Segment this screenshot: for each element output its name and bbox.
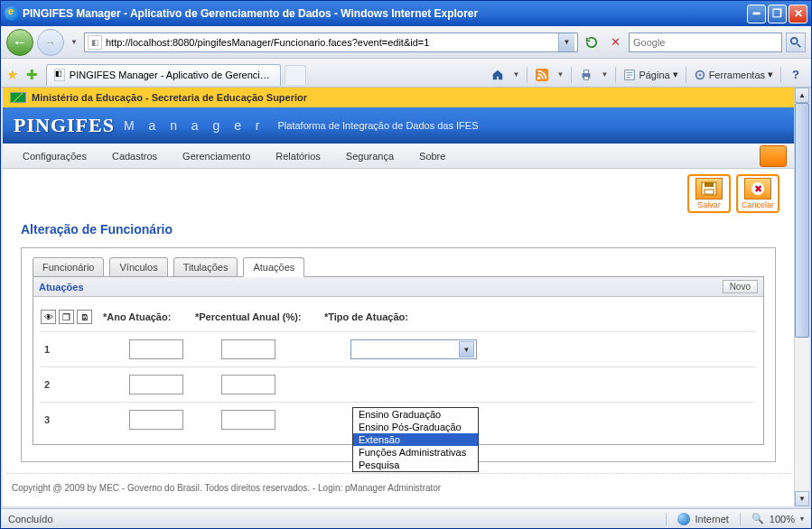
- back-button[interactable]: ←: [6, 29, 33, 56]
- svg-rect-1: [536, 69, 548, 81]
- tab-titulacoes[interactable]: Titulações: [173, 257, 238, 277]
- app-menubar: Configurações Cadastros Gerenciamento Re…: [3, 144, 794, 169]
- vertical-scrollbar[interactable]: ▲ ▼: [794, 88, 809, 506]
- maximize-button[interactable]: ❐: [768, 5, 787, 23]
- grid-action-icons: 👁 ❐ 🗎: [41, 310, 92, 324]
- print-button[interactable]: [576, 65, 596, 85]
- page-footer: Copyright @ 2009 by MEC - Governo do Bra…: [6, 473, 790, 502]
- svg-rect-11: [705, 190, 714, 194]
- grid-row-1: 1 ▼: [41, 331, 756, 367]
- title-bar: PINGIFES Manager - Aplicativo de Gerenci…: [1, 1, 811, 26]
- row1-perc-input[interactable]: [221, 339, 275, 359]
- app-header: PINGIFES M a n a g e r Plataforma de Int…: [3, 107, 794, 144]
- salvar-button[interactable]: Salvar: [687, 174, 731, 213]
- svg-rect-10: [705, 182, 714, 187]
- row-index-1: 1: [41, 344, 62, 355]
- zoom-icon[interactable]: 🔍: [751, 513, 764, 524]
- option-ensino-grad[interactable]: Ensino Graduação: [353, 408, 478, 421]
- scroll-down-button[interactable]: ▼: [795, 491, 809, 506]
- scroll-thumb[interactable]: [795, 103, 809, 338]
- scroll-up-button[interactable]: ▲: [795, 88, 809, 103]
- cancelar-button[interactable]: Cancelar: [736, 174, 779, 213]
- tools-menu-label: Ferramentas: [709, 70, 765, 80]
- search-box[interactable]: [629, 32, 782, 52]
- search-input[interactable]: [633, 37, 778, 48]
- internet-zone-icon: [677, 513, 690, 525]
- address-bar[interactable]: ◧ ▼: [84, 32, 578, 52]
- svg-rect-4: [584, 70, 589, 73]
- col-perc-label: *Percentual Anual (%):: [195, 311, 317, 322]
- novo-button[interactable]: Novo: [723, 280, 758, 293]
- feeds-button[interactable]: [532, 65, 552, 85]
- row2-ano-input[interactable]: [129, 375, 183, 394]
- tab-vinculos[interactable]: Vínculos: [109, 257, 167, 277]
- salvar-label: Salvar: [697, 200, 721, 209]
- search-button[interactable]: [786, 32, 806, 52]
- option-funcoes[interactable]: Funções Administrativas: [353, 446, 478, 459]
- ie-logo-icon: [5, 6, 19, 21]
- grid-icon-copy[interactable]: ❐: [59, 310, 74, 324]
- home-dropdown[interactable]: ▼: [509, 62, 522, 88]
- menu-gerenciamento[interactable]: Gerenciamento: [170, 147, 263, 165]
- option-extensao[interactable]: Extensão: [353, 433, 478, 446]
- window-close-button[interactable]: ✕: [789, 5, 807, 23]
- row1-ano-input[interactable]: [129, 339, 183, 359]
- help-button[interactable]: ?: [786, 65, 806, 85]
- menu-configuracoes[interactable]: Configurações: [10, 147, 99, 165]
- row2-perc-input[interactable]: [221, 375, 275, 394]
- menu-relatorios[interactable]: Relatórios: [263, 147, 333, 165]
- zoom-dropdown[interactable]: ▾: [800, 515, 804, 523]
- content-area: Ministério da Educação - Secretaria de E…: [1, 88, 811, 508]
- forward-button[interactable]: →: [37, 29, 64, 56]
- page-title: Alteração de Funcionário: [3, 213, 794, 244]
- address-input[interactable]: [106, 37, 558, 48]
- grid-icon-view[interactable]: 👁: [41, 310, 56, 324]
- page-tab-active[interactable]: ◧ PINGIFES Manager - Aplicativo de Geren…: [46, 64, 281, 86]
- tab-title: PINGIFES Manager - Aplicativo de Gerenci…: [70, 70, 273, 80]
- option-ensino-pos[interactable]: Ensino Pós-Graduação: [353, 421, 478, 433]
- book-icon[interactable]: [760, 145, 787, 167]
- new-tab-button[interactable]: [285, 65, 306, 85]
- panel-title: Atuações: [39, 282, 84, 292]
- menu-cadastros[interactable]: Cadastros: [99, 147, 170, 165]
- status-bar: Concluído Internet 🔍 100% ▾: [1, 508, 811, 528]
- row-index-3: 3: [41, 414, 62, 425]
- svg-point-8: [698, 73, 701, 76]
- feeds-dropdown[interactable]: ▼: [554, 62, 566, 88]
- refresh-button[interactable]: [582, 32, 602, 52]
- nav-history-dropdown[interactable]: ▼: [68, 30, 80, 55]
- address-dropdown[interactable]: ▼: [558, 33, 574, 51]
- status-text: Concluído: [8, 514, 53, 524]
- svg-point-0: [791, 37, 798, 43]
- stop-button[interactable]: ✕: [605, 32, 625, 52]
- print-dropdown[interactable]: ▼: [598, 62, 611, 88]
- menu-sobre[interactable]: Sobre: [406, 147, 458, 165]
- menu-seguranca[interactable]: Segurança: [333, 147, 406, 165]
- page-menu-button[interactable]: Página▾: [621, 67, 680, 83]
- add-favorite-icon[interactable]: ✚: [26, 67, 42, 83]
- minimize-button[interactable]: ━: [747, 5, 766, 23]
- ie-command-bar: ▼ ▼ ▼ Página▾ Ferramentas▾ ?: [488, 62, 806, 88]
- page-menu-label: Página: [639, 70, 669, 80]
- tipo-dropdown-list[interactable]: Ensino Graduação Ensino Pós-Graduação Ex…: [352, 407, 479, 472]
- row1-tipo-select[interactable]: ▼: [350, 339, 477, 359]
- brazil-flag-icon: [10, 92, 26, 103]
- favorites-star-icon[interactable]: ★: [6, 67, 23, 83]
- row3-perc-input[interactable]: [221, 410, 275, 430]
- row3-ano-input[interactable]: [129, 410, 183, 430]
- grid-icon-doc[interactable]: 🗎: [77, 310, 92, 324]
- home-button[interactable]: [488, 65, 508, 85]
- tools-menu-button[interactable]: Ferramentas▾: [691, 67, 776, 83]
- cancelar-label: Cancelar: [742, 200, 774, 209]
- save-icon: [695, 178, 723, 200]
- svg-point-2: [537, 76, 541, 79]
- zone-label: Internet: [695, 514, 729, 524]
- gov-bar-text: Ministério da Educação - Secretaria de E…: [32, 92, 307, 103]
- gov-bar: Ministério da Educação - Secretaria de E…: [3, 88, 794, 107]
- tab-funcionario[interactable]: Funcionário: [33, 257, 104, 277]
- svg-rect-5: [584, 76, 589, 79]
- panel-header: Atuações Novo: [33, 277, 763, 297]
- tab-atuacoes[interactable]: Atuações: [243, 257, 304, 277]
- cancel-icon: [744, 178, 771, 200]
- option-pesquisa[interactable]: Pesquisa: [353, 459, 478, 471]
